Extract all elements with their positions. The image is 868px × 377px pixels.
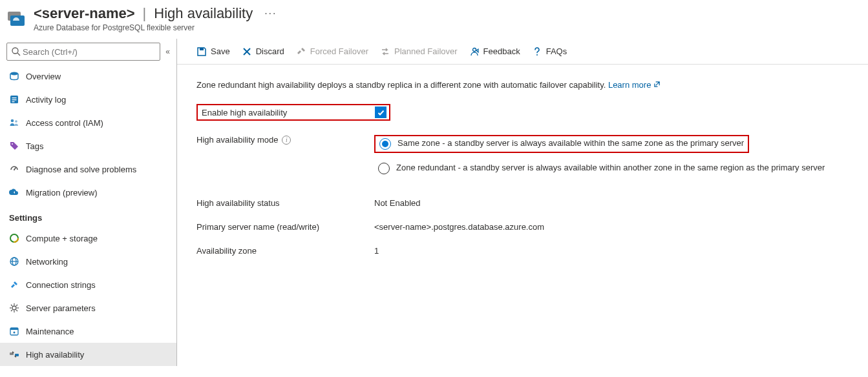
check-icon: [377, 108, 385, 117]
svg-rect-8: [12, 101, 15, 102]
availability-zone-value: 1: [374, 246, 849, 256]
forced-failover-button: Forced Failover: [296, 46, 368, 57]
svg-point-30: [14, 332, 16, 334]
intro-text: Zone redundant high availability deploys…: [196, 80, 849, 90]
collapse-sidebar-button[interactable]: «: [165, 47, 170, 56]
overview-icon: [9, 71, 19, 81]
svg-point-13: [14, 169, 15, 170]
toolbar: Save Discard Forced Failover Planned Fai…: [177, 39, 868, 65]
ha-status-label: High availability status: [196, 198, 374, 208]
planned-failover-label: Planned Failover: [394, 46, 458, 56]
search-input[interactable]: [21, 46, 156, 57]
info-icon[interactable]: i: [282, 136, 291, 145]
maintenance-icon: [9, 326, 19, 336]
page-title: High availability: [154, 5, 253, 22]
radio-zone-redundant-label: Zone redundant - a standby server is alw…: [396, 163, 825, 172]
sidebar-item-high-availability[interactable]: High availability: [0, 343, 176, 366]
sidebar-item-label: Migration (preview): [26, 188, 98, 198]
migration-icon: [9, 187, 19, 198]
tags-icon: [9, 141, 19, 151]
feedback-button[interactable]: Feedback: [469, 46, 520, 57]
high-availability-icon: [9, 349, 19, 360]
svg-point-10: [15, 120, 17, 123]
sidebar: « Overview Activity log Access control (…: [0, 39, 176, 366]
sidebar-item-label: Overview: [26, 72, 61, 81]
svg-line-27: [16, 305, 17, 306]
external-link-icon: [653, 81, 661, 88]
save-label: Save: [211, 46, 230, 56]
more-actions-button[interactable]: ···: [264, 8, 277, 19]
radio-same-zone-label: Same zone - a standby server is always a…: [397, 138, 744, 148]
server-name: <server-name>: [34, 5, 135, 22]
title-divider: |: [143, 5, 147, 22]
sidebar-item-label: Diagnose and solve problems: [26, 165, 136, 174]
sidebar-item-networking[interactable]: Networking: [0, 250, 176, 273]
sidebar-item-label: Connection strings: [26, 280, 96, 290]
resource-type-label: Azure Database for PostgreSQL flexible s…: [34, 23, 277, 32]
svg-point-19: [12, 306, 16, 310]
sidebar-item-activity-log[interactable]: Activity log: [0, 88, 176, 111]
sidebar-item-tags[interactable]: Tags: [0, 134, 176, 158]
primary-server-label: Primary server name (read/write): [196, 222, 374, 232]
radio-same-zone-button[interactable]: [379, 138, 391, 150]
save-button[interactable]: Save: [196, 46, 230, 57]
svg-point-9: [11, 119, 14, 123]
sidebar-item-label: Activity log: [26, 95, 66, 105]
intro-text-content: Zone redundant high availability deploys…: [196, 80, 606, 90]
discard-button[interactable]: Discard: [242, 46, 284, 57]
page-header: <server-name> | High availability ··· Az…: [0, 0, 868, 39]
search-icon: [11, 46, 21, 57]
discard-label: Discard: [256, 46, 284, 56]
diagnose-icon: [9, 164, 19, 174]
svg-line-3: [17, 53, 20, 56]
content-pane: Save Discard Forced Failover Planned Fai…: [176, 39, 868, 366]
sidebar-item-overview[interactable]: Overview: [0, 65, 176, 88]
svg-point-11: [12, 143, 13, 145]
discard-icon: [242, 46, 252, 57]
sidebar-item-label: Networking: [26, 257, 68, 267]
sidebar-item-access-control[interactable]: Access control (IAM): [0, 111, 176, 134]
compute-storage-icon: [9, 233, 19, 243]
sidebar-item-maintenance[interactable]: Maintenance: [0, 320, 176, 343]
svg-rect-29: [10, 328, 18, 330]
enable-ha-label: Enable high availability: [202, 108, 287, 117]
svg-rect-7: [12, 99, 17, 100]
radio-zone-redundant-button[interactable]: [378, 163, 390, 174]
faqs-button[interactable]: FAQs: [532, 46, 567, 57]
forced-failover-icon: [296, 46, 306, 57]
sidebar-item-diagnose[interactable]: Diagnose and solve problems: [0, 158, 176, 181]
learn-more-link[interactable]: Learn more: [608, 80, 661, 90]
planned-failover-icon: [380, 46, 390, 57]
search-box[interactable]: [6, 43, 160, 61]
faqs-icon: [532, 46, 542, 57]
faqs-label: FAQs: [546, 46, 567, 56]
save-icon: [196, 46, 207, 57]
sidebar-item-connection-strings[interactable]: Connection strings: [0, 273, 176, 296]
planned-failover-button: Planned Failover: [380, 46, 458, 57]
sidebar-item-migration[interactable]: Migration (preview): [0, 181, 176, 204]
availability-zone-label: Availability zone: [196, 246, 374, 256]
feedback-icon: [469, 46, 480, 57]
ha-mode-label-text: High availability mode: [196, 135, 278, 145]
sidebar-item-label: Compute + storage: [26, 234, 98, 243]
feedback-label: Feedback: [483, 46, 520, 56]
connection-strings-icon: [9, 280, 19, 290]
access-control-icon: [9, 117, 19, 128]
svg-point-2: [12, 48, 18, 54]
enable-ha-checkbox[interactable]: [375, 107, 386, 118]
sidebar-item-label: Access control (IAM): [26, 118, 103, 128]
sidebar-item-compute-storage[interactable]: Compute + storage: [0, 227, 176, 250]
svg-rect-33: [200, 48, 204, 50]
ha-mode-label: High availability mode i: [196, 135, 374, 145]
sidebar-section-settings: Settings: [0, 204, 176, 227]
svg-point-4: [10, 72, 18, 76]
forced-failover-label: Forced Failover: [310, 46, 368, 56]
svg-point-37: [536, 54, 538, 56]
radio-zone-redundant[interactable]: Zone redundant - a standby server is alw…: [374, 161, 849, 176]
radio-same-zone[interactable]: Same zone - a standby server is always a…: [374, 135, 749, 153]
sidebar-item-server-parameters[interactable]: Server parameters: [0, 296, 176, 320]
activity-log-icon: [9, 94, 19, 105]
svg-line-26: [11, 310, 12, 311]
networking-icon: [9, 256, 19, 267]
svg-rect-6: [12, 97, 17, 98]
